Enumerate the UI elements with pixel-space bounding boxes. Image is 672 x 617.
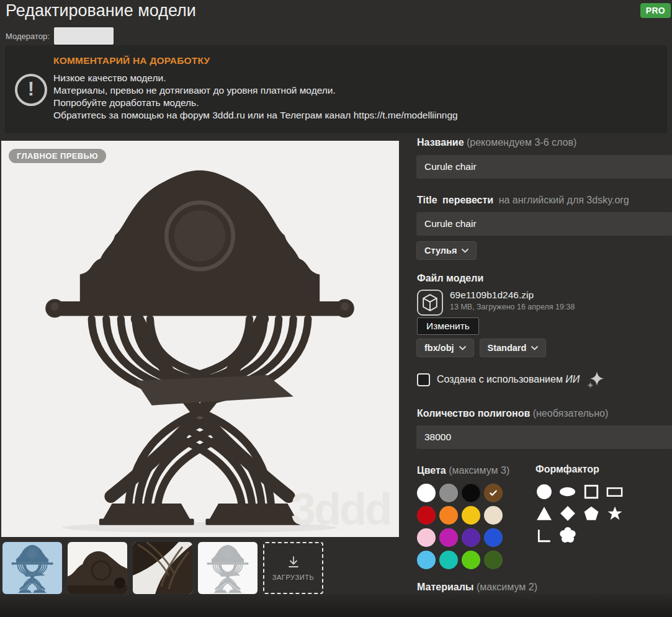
shape-triangle-icon[interactable] bbox=[535, 505, 552, 522]
cube-icon bbox=[417, 290, 443, 316]
shape-star-icon[interactable] bbox=[606, 505, 623, 522]
file-meta: 13 MB, Загружено 16 апреля 19:38 bbox=[450, 303, 575, 311]
thumbnail-4[interactable] bbox=[198, 542, 258, 594]
shape-l-shape-icon[interactable] bbox=[535, 526, 552, 543]
render-engine-dropdown[interactable]: Standard bbox=[480, 339, 547, 357]
name-input[interactable] bbox=[416, 155, 672, 179]
change-file-button[interactable]: Изменить bbox=[417, 317, 479, 335]
thumbnail-4-image bbox=[198, 542, 258, 594]
model-file-row: 69e1109b1d246.zip 13 MB, Загружено 16 ап… bbox=[417, 290, 575, 316]
form-factor-label: Формфактор bbox=[535, 464, 660, 475]
thumbnail-2[interactable] bbox=[68, 542, 127, 594]
model-form-column: Название (рекомендуем 3-6 слов) Title пе… bbox=[416, 0, 672, 617]
materials-label-hint: (максимум 2) bbox=[477, 582, 537, 592]
color-swatch-white[interactable] bbox=[417, 484, 436, 502]
colors-label-text: Цвета bbox=[417, 465, 446, 476]
thumbnail-3[interactable] bbox=[133, 542, 192, 594]
ai-checkbox-row: Создана с использованием ИИ bbox=[417, 371, 604, 388]
form-factor-block: Формфактор bbox=[535, 464, 660, 543]
color-swatch-purple[interactable] bbox=[462, 528, 480, 547]
category-dropdown[interactable]: Стулья bbox=[416, 241, 477, 260]
watermark-3ddd: 3ddd bbox=[291, 484, 390, 535]
upload-preview-button[interactable]: ЗАГРУЗИТЬ bbox=[263, 542, 323, 594]
file-section-label: Файл модели bbox=[417, 273, 483, 284]
moderator-row: Модератор: bbox=[6, 27, 114, 45]
color-swatch-blue[interactable] bbox=[484, 528, 503, 547]
color-swatch-beige[interactable] bbox=[484, 506, 503, 525]
exclamation-icon: ! bbox=[15, 74, 47, 106]
format-dropdown[interactable]: fbx/obj bbox=[416, 339, 474, 357]
moderator-label: Модератор: bbox=[6, 32, 50, 41]
color-swatch-pink[interactable] bbox=[417, 528, 436, 547]
colors-label-hint: (максимум 3) bbox=[449, 465, 509, 476]
color-swatch-magenta[interactable] bbox=[439, 528, 458, 547]
ai-checkbox[interactable] bbox=[417, 373, 430, 386]
color-swatch-green[interactable] bbox=[462, 551, 480, 569]
sparkle-icon bbox=[586, 371, 604, 388]
file-name: 69e1109b1d246.zip bbox=[450, 290, 575, 301]
upload-label: ЗАГРУЗИТЬ bbox=[272, 574, 315, 581]
title-en-label-text: Title bbox=[417, 195, 437, 205]
moderator-name-redacted bbox=[54, 27, 114, 45]
polygons-label-hint: (необязательно) bbox=[533, 408, 609, 419]
name-label-hint: (рекомендуем 3-6 слов) bbox=[467, 137, 576, 148]
color-swatch-red[interactable] bbox=[417, 506, 436, 525]
color-swatch-brown[interactable] bbox=[484, 484, 503, 502]
preview-thumbnails-row: ЗАГРУЗИТЬ bbox=[2, 542, 323, 594]
color-swatch-gray[interactable] bbox=[439, 484, 458, 502]
materials-label-text: Материалы bbox=[417, 582, 474, 592]
shape-circle-icon[interactable] bbox=[535, 483, 552, 500]
ai-label-em: ИИ bbox=[565, 374, 580, 384]
translate-link[interactable]: перевести bbox=[442, 195, 493, 205]
color-swatch-black[interactable] bbox=[462, 484, 480, 502]
shape-diamond-icon[interactable] bbox=[559, 505, 576, 522]
color-swatches bbox=[417, 484, 521, 569]
title-en-hint: на английский для 3dsky.org bbox=[499, 195, 629, 205]
chevron-down-icon bbox=[462, 249, 468, 253]
materials-label: Материалы (максимум 2) bbox=[417, 582, 537, 593]
thumbnail-1-selected[interactable] bbox=[2, 542, 62, 594]
thumbnail-3-image bbox=[133, 542, 192, 594]
chair-render-image bbox=[21, 148, 379, 534]
thumbnail-2-image bbox=[68, 542, 127, 594]
polygons-label-text: Количество полигонов bbox=[417, 408, 530, 419]
main-preview-badge: ГЛАВНОЕ ПРЕВЬЮ bbox=[9, 149, 106, 163]
ai-checkbox-label: Создана с использованием ИИ bbox=[437, 374, 580, 385]
polygons-label: Количество полигонов (необязательно) bbox=[417, 408, 608, 419]
colors-label: Цвета (максимум 3) bbox=[417, 464, 521, 477]
thumbnail-1-image bbox=[2, 542, 62, 594]
colors-block: Цвета (максимум 3) bbox=[417, 464, 521, 569]
shape-pentagon-icon[interactable] bbox=[583, 505, 599, 522]
page-title: Редактирование модели bbox=[6, 1, 196, 20]
check-icon bbox=[488, 488, 498, 498]
color-swatch-orange[interactable] bbox=[439, 506, 458, 525]
name-label: Название (рекомендуем 3-6 слов) bbox=[417, 137, 576, 148]
title-en-input[interactable] bbox=[416, 212, 672, 236]
edit-model-page: { "page": { "title": "Редактирование мод… bbox=[0, 0, 672, 617]
name-label-text: Название bbox=[417, 137, 464, 148]
shape-ellipse-icon[interactable] bbox=[559, 483, 576, 500]
category-value: Стулья bbox=[424, 246, 457, 255]
ai-label-prefix: Создана с использованием bbox=[437, 374, 563, 384]
polygons-input[interactable] bbox=[416, 425, 672, 449]
file-info: 69e1109b1d246.zip 13 MB, Загружено 16 ап… bbox=[450, 290, 575, 311]
form-factor-shapes bbox=[535, 483, 660, 543]
shape-flower-icon[interactable] bbox=[559, 526, 576, 543]
main-preview-panel: ГЛАВНОЕ ПРЕВЬЮ 3ddd bbox=[1, 141, 399, 537]
color-swatch-yellow[interactable] bbox=[462, 506, 480, 525]
shape-rectangle-icon[interactable] bbox=[606, 483, 623, 500]
color-swatch-turquoise[interactable] bbox=[439, 551, 458, 569]
shape-square-icon[interactable] bbox=[583, 483, 599, 500]
color-swatch-sky-blue[interactable] bbox=[417, 551, 436, 569]
file-format-row: fbx/obj Standard bbox=[416, 339, 546, 357]
chevron-down-icon bbox=[459, 346, 466, 350]
render-engine-value: Standard bbox=[488, 343, 527, 353]
color-swatch-dark-green[interactable] bbox=[484, 551, 503, 569]
format-value: fbx/obj bbox=[424, 343, 454, 353]
chevron-down-icon bbox=[531, 346, 538, 350]
title-en-label: Title перевести на английский для 3dsky.… bbox=[417, 195, 629, 206]
download-arrow-icon bbox=[286, 556, 301, 569]
